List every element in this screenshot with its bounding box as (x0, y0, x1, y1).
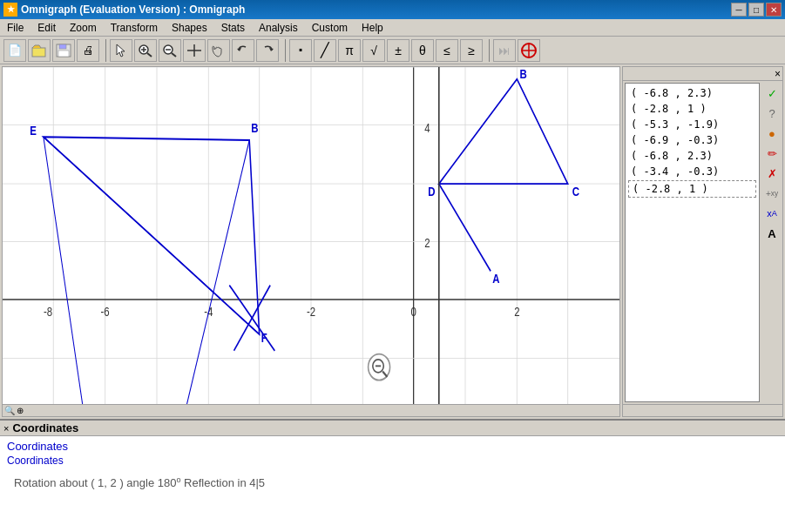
superscript-button[interactable]: xA (763, 205, 781, 222)
svg-text:B: B (251, 122, 258, 135)
svg-line-10 (172, 53, 176, 57)
svg-text:4: 4 (424, 122, 430, 135)
check-button[interactable]: ✓ (763, 84, 781, 102)
menu-stats[interactable]: Stats (214, 19, 252, 36)
svg-rect-3 (58, 51, 69, 57)
svg-text:C: C (572, 185, 579, 199)
coord-item-7[interactable]: ( -2.8 , 1 ) (628, 180, 756, 198)
bottom-panel-title: Coordinates (12, 421, 78, 434)
crosshair-button[interactable] (183, 39, 206, 62)
toolbar: 📄 🖨 · ╱ π √ ± θ ≤ ≥ ⏭ (0, 37, 785, 64)
svg-text:F: F (261, 332, 267, 345)
toolbar-sep-1 (103, 39, 106, 62)
right-panel: × ( -6.8 , 2.3) ( -2.8 , 1 ) ( -5.3 , -1… (622, 66, 783, 417)
rotation-text: Rotation about ( 1, 2 ) angle 180 (14, 476, 176, 489)
label-button[interactable]: A (763, 225, 781, 242)
coordinates-list[interactable]: ( -6.8 , 2.3) ( -2.8 , 1 ) ( -5.3 , -1.9… (625, 83, 760, 402)
svg-text:2: 2 (514, 306, 519, 319)
cursor-button[interactable] (110, 39, 132, 62)
point-button[interactable]: · (289, 39, 312, 62)
right-panel-scrollbar[interactable] (623, 404, 782, 416)
coord-item-4[interactable]: ( -6.9 , -0.3) (627, 132, 757, 148)
geq-button[interactable]: ≥ (460, 39, 483, 62)
save-button[interactable] (52, 39, 75, 62)
graph-svg: -8 -6 -4 -2 0 2 2 4 (3, 67, 619, 416)
close-button[interactable]: ✕ (766, 3, 782, 17)
reflection-text: Reflection in 4|5 (180, 476, 265, 489)
hand-button[interactable] (207, 39, 230, 62)
menu-help[interactable]: Help (355, 19, 390, 36)
pencil-button[interactable]: ✏ (763, 145, 781, 162)
zoom-out-button[interactable] (159, 39, 181, 62)
svg-text:2: 2 (424, 237, 430, 250)
transformation-text: Rotation about ( 1, 2 ) angle 180o Refle… (7, 472, 778, 493)
coord-item-2[interactable]: ( -2.8 , 1 ) (627, 101, 757, 117)
open-button[interactable] (28, 39, 51, 62)
theta-button[interactable]: θ (411, 39, 434, 62)
scroll-indicator: ⊕ (17, 406, 24, 415)
dot-button[interactable]: ● (763, 125, 781, 142)
maximize-button[interactable]: □ (748, 3, 764, 17)
zoom-in-button[interactable] (134, 39, 157, 62)
graph-container[interactable]: -8 -6 -4 -2 0 2 2 4 (2, 66, 620, 417)
menu-edit[interactable]: Edit (30, 19, 63, 36)
plus-expr-button[interactable]: +xy (763, 185, 781, 202)
plusminus-button[interactable]: ± (387, 39, 409, 62)
coord-item-5[interactable]: ( -6.8 , 2.3) (627, 148, 757, 164)
toolbar-sep-3 (486, 39, 490, 62)
segment-button[interactable]: ╱ (314, 39, 336, 62)
menu-zoom[interactable]: Zoom (63, 19, 104, 36)
window-title: Omnigraph (Evaluation Version) : Omnigra… (21, 3, 245, 16)
right-icons: ✓ ? ● ✏ ✗ +xy xA A (761, 81, 782, 404)
svg-rect-2 (59, 44, 66, 49)
menu-shapes[interactable]: Shapes (165, 19, 214, 36)
print-button[interactable]: 🖨 (77, 39, 99, 62)
new-button[interactable]: 📄 (3, 39, 26, 62)
svg-text:B: B (519, 68, 526, 81)
coord-item-3[interactable]: ( -5.3 , -1.9) (627, 117, 757, 132)
toolbar-sep-2 (282, 39, 286, 62)
minimize-button[interactable]: ─ (731, 3, 747, 17)
menu-file[interactable]: File (0, 19, 30, 36)
svg-line-7 (147, 53, 152, 57)
undo-button[interactable] (232, 39, 254, 62)
zoom-icon: 🔍 (4, 406, 15, 415)
skip-button[interactable]: ⏭ (493, 39, 516, 62)
xmark-button[interactable]: ✗ (763, 165, 781, 182)
bottom-title-bar: × Coordinates (0, 421, 785, 436)
section-title: Coordinates (7, 440, 778, 453)
title-left: ★ Omnigraph (Evaluation Version) : Omnig… (3, 3, 245, 17)
coord-label: Coordinates (7, 455, 778, 467)
menubar: File Edit Zoom Transform Shapes Stats An… (0, 19, 785, 37)
h-scrollbar[interactable]: 🔍 ⊕ (3, 404, 619, 416)
svg-text:D: D (428, 185, 435, 199)
sqrt-button[interactable]: √ (362, 39, 385, 62)
menu-custom[interactable]: Custom (305, 19, 355, 36)
titlebar: ★ Omnigraph (Evaluation Version) : Omnig… (0, 0, 785, 19)
svg-text:E: E (30, 125, 37, 138)
svg-text:-6: -6 (101, 306, 110, 319)
svg-text:A: A (492, 273, 499, 286)
bottom-panel: × Coordinates Coordinates Coordinates Ro… (0, 419, 785, 532)
bottom-content: Coordinates Coordinates Rotation about (… (0, 436, 785, 496)
redo-button[interactable] (256, 39, 279, 62)
svg-text:0: 0 (410, 306, 416, 319)
menu-transform[interactable]: Transform (104, 19, 165, 36)
close-panel-button[interactable]: × (775, 68, 781, 80)
coord-item-6[interactable]: ( -3.4 , -0.3) (627, 164, 757, 179)
app-icon: ★ (3, 3, 17, 17)
window-controls: ─ □ ✕ (731, 3, 782, 17)
target-button[interactable] (518, 39, 540, 62)
coord-item-1[interactable]: ( -6.8 , 2.3) (627, 85, 757, 101)
svg-text:-2: -2 (307, 306, 315, 319)
menu-analysis[interactable]: Analysis (252, 19, 305, 36)
bottom-close-button[interactable]: × (3, 423, 9, 434)
leq-button[interactable]: ≤ (436, 39, 458, 62)
right-panel-header: × (623, 67, 782, 81)
main-area: -8 -6 -4 -2 0 2 2 4 (0, 64, 785, 419)
svg-text:-8: -8 (44, 306, 52, 319)
svg-rect-0 (32, 48, 45, 57)
pi-button[interactable]: π (338, 39, 361, 62)
question-button[interactable]: ? (763, 104, 781, 122)
